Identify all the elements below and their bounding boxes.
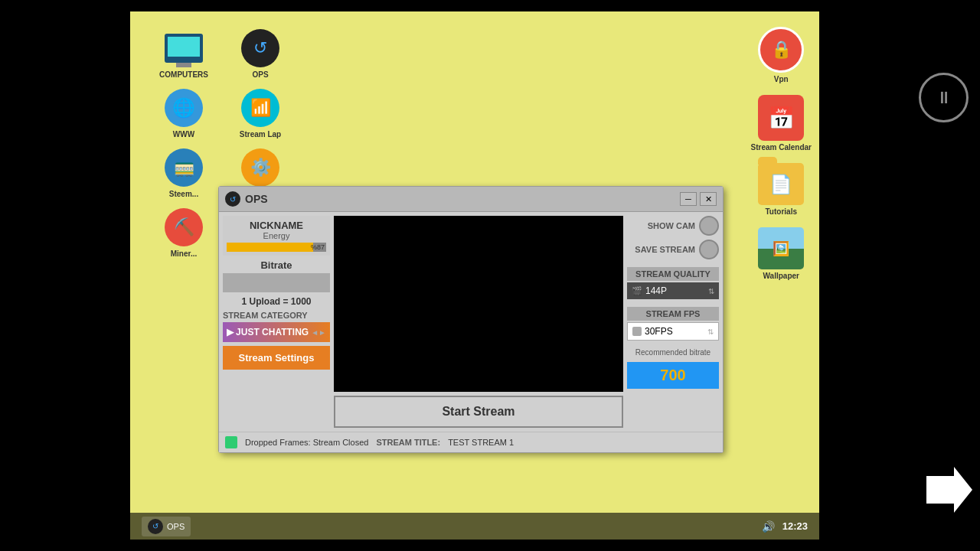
wallpaper-label: Wallpaper (763, 272, 799, 280)
save-stream-toggle[interactable] (699, 240, 719, 259)
icon-row-1: COMPUTERS ↺ OPS (153, 27, 291, 79)
taskbar-time: 12:23 (782, 520, 808, 532)
stream-title-value: TEST STREAM 1 (448, 438, 514, 447)
quality-section: STREAM QUALITY 🎬 144P ⇅ (627, 267, 719, 299)
nickname-label: NICKNAME (227, 220, 326, 231)
energy-label: Energy (227, 231, 326, 240)
desktop-icon-steem[interactable]: 🚃 Steem... (153, 146, 214, 198)
close-button[interactable]: ✕ (700, 192, 717, 206)
taskbar-ops-label: OPS (167, 522, 185, 531)
www-icon: 🌐 (163, 86, 205, 129)
stream-settings-button[interactable]: Stream Settings (223, 346, 330, 370)
desktop-icon-ops[interactable]: ↺ OPS (230, 27, 291, 79)
vpn-icon: 🔒 (758, 27, 804, 73)
fps-value: 30FPS (645, 326, 673, 337)
category-chevron: ◄► (311, 328, 326, 337)
stream-calendar-item[interactable]: 📅 Stream Calendar (751, 95, 812, 152)
taskbar-ops-item[interactable]: ↺ OPS (142, 517, 191, 536)
quality-select-inner: 🎬 144P (632, 285, 667, 296)
minimize-button[interactable]: ─ (680, 192, 697, 206)
taskbar-right: 🔊 12:23 (762, 520, 808, 533)
stream-calendar-icon: 📅 (758, 95, 804, 141)
save-stream-row: SAVE STREAM (627, 240, 719, 259)
fps-section: STREAM FPS 30FPS ⇅ (627, 307, 719, 341)
fps-select[interactable]: 30FPS ⇅ (627, 322, 719, 341)
stream-preview (334, 216, 623, 392)
desktop-icon-stream-lap[interactable]: 📶 Stream Lap (230, 86, 291, 139)
stream-quality-label: STREAM QUALITY (627, 267, 719, 281)
energy-fill (227, 243, 313, 252)
bitrate-label: Bitrate (223, 259, 330, 271)
taskbar-ops-icon: ↺ (148, 519, 163, 534)
energy-bar: %87 (227, 243, 326, 252)
window-title-text: OPS (245, 193, 268, 205)
show-cam-label: SHOW CAM (648, 221, 695, 230)
wallpaper-item[interactable]: 🖼️ Wallpaper (758, 227, 804, 280)
right-panel: SHOW CAM SAVE STREAM STREAM QUALITY 🎬 14… (627, 216, 719, 428)
center-panel: Start Stream (334, 216, 623, 428)
desktop-icon-miner[interactable]: ⛏️ Miner... (153, 206, 214, 258)
fps-checkbox (632, 327, 642, 336)
volume-icon[interactable]: 🔊 (762, 520, 775, 533)
computers-label: COMPUTERS (159, 70, 208, 79)
show-cam-row: SHOW CAM (627, 216, 719, 236)
film-icon: 🎬 (632, 286, 642, 296)
wallpaper-icon: 🖼️ (758, 227, 804, 269)
tutorials-icon: 📄 (758, 163, 804, 205)
window-title-icon: ↺ (225, 191, 240, 207)
avest-icon: ⚙️ (240, 146, 282, 188)
desktop-icon-computers[interactable]: COMPUTERS (153, 27, 214, 79)
status-dot (225, 436, 237, 448)
window-controls: ─ ✕ (680, 192, 717, 206)
ops-window: ↺ OPS ─ ✕ NICKNAME Energy %87 (218, 186, 724, 453)
ops-label: OPS (252, 70, 268, 79)
steem-icon: 🚃 (163, 146, 205, 188)
taskbar: ↺ OPS 🔊 12:23 (130, 513, 819, 540)
bitrate-value-display: 700 (627, 362, 719, 389)
window-titlebar: ↺ OPS ─ ✕ (219, 187, 723, 212)
upload-text: 1 Upload = 1000 (223, 296, 330, 307)
desktop-screen: ❤️ COMPUTERS ↺ OPS (130, 11, 819, 540)
stream-fps-label: STREAM FPS (627, 307, 719, 321)
energy-percent: %87 (311, 243, 325, 252)
stream-calendar-label: Stream Calendar (751, 143, 812, 152)
category-button[interactable]: ▶ JUST CHATTING ◄► (223, 322, 330, 342)
show-cam-toggle[interactable] (699, 216, 719, 236)
vpn-item[interactable]: 🔒 Vpn (758, 27, 804, 83)
tutorials-item[interactable]: 📄 Tutorials (758, 163, 804, 216)
steem-label: Steem... (169, 190, 198, 198)
pause-button[interactable]: ⏸ (919, 73, 969, 122)
fps-select-inner: 30FPS (632, 326, 673, 337)
exit-button[interactable] (926, 467, 972, 513)
right-icons-area: 🔒 Vpn 📅 Stream Calendar 📄 Tutorials 🖼️ W… (751, 27, 812, 280)
nickname-section: NICKNAME Energy %87 (223, 216, 330, 256)
category-icon: ▶ (227, 327, 234, 337)
bitrate-bar (223, 273, 330, 292)
quality-value: 144P (645, 285, 667, 296)
computers-icon (163, 27, 205, 69)
dropped-frames-text: Dropped Frames: Stream Closed (245, 438, 368, 447)
status-bar: Dropped Frames: Stream Closed STREAM TIT… (219, 432, 723, 452)
save-stream-label: SAVE STREAM (635, 245, 695, 254)
stream-lap-label: Stream Lap (240, 130, 281, 139)
stream-lap-icon: 📶 (240, 86, 282, 129)
recommended-label: Recommended bitrate (627, 348, 719, 357)
ops-icon: ↺ (240, 27, 282, 69)
taskbar-left: ↺ OPS (142, 517, 191, 536)
category-value: JUST CHATTING (236, 327, 309, 337)
www-label: WWW (173, 130, 194, 139)
vpn-label: Vpn (774, 75, 789, 83)
desktop-icon-www[interactable]: 🌐 WWW (153, 86, 214, 139)
stream-category-label: STREAM CATEGORY (223, 311, 330, 320)
quality-select[interactable]: 🎬 144P ⇅ (627, 282, 719, 299)
window-body: NICKNAME Energy %87 Bitrate 1 Upload = 1… (219, 212, 723, 432)
left-panel: NICKNAME Energy %87 Bitrate 1 Upload = 1… (223, 216, 330, 428)
quality-chevron: ⇅ (708, 287, 714, 295)
window-title-area: ↺ OPS (225, 191, 268, 207)
bitrate-section: Bitrate (223, 259, 330, 292)
tutorials-label: Tutorials (766, 207, 797, 216)
miner-label: Miner... (171, 249, 197, 258)
icon-row-2: 🌐 WWW 📶 Stream Lap (153, 86, 291, 139)
miner-icon: ⛏️ (163, 206, 205, 248)
start-stream-button[interactable]: Start Stream (334, 396, 623, 428)
